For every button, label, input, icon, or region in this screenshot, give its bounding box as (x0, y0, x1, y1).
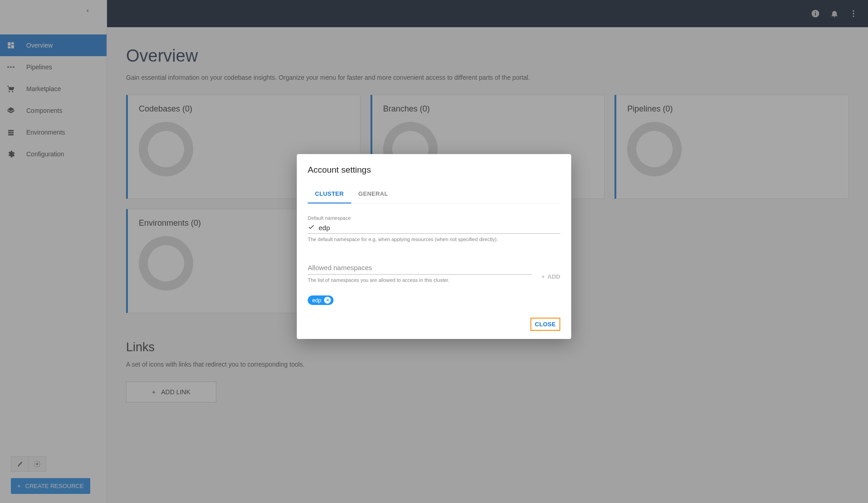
namespace-chip: edp ✕ (308, 295, 334, 305)
close-button[interactable]: CLOSE (530, 318, 560, 331)
field-help: The list of namespaces you are allowed t… (308, 277, 532, 283)
chip-remove-icon[interactable]: ✕ (324, 297, 331, 304)
tab-general[interactable]: GENERAL (351, 185, 395, 203)
add-label: ADD (547, 273, 560, 280)
allowed-namespaces-field: The list of namespaces you are allowed t… (308, 262, 532, 283)
field-help: The default namespace for e.g. when appl… (308, 237, 561, 242)
dialog-title: Account settings (308, 165, 561, 175)
namespace-chips: edp ✕ (308, 295, 561, 305)
default-namespace-field: Default namespace The default namespace … (308, 215, 561, 242)
allowed-namespaces-input[interactable] (308, 264, 532, 271)
field-label: Default namespace (308, 215, 561, 221)
dialog-tabs: CLUSTER GENERAL (308, 185, 561, 203)
check-icon (308, 223, 316, 232)
add-namespace-button[interactable]: + ADD (541, 273, 561, 283)
tab-cluster[interactable]: CLUSTER (308, 185, 351, 203)
plus-icon: + (541, 273, 545, 280)
default-namespace-input[interactable] (319, 224, 561, 232)
chip-label: edp (312, 297, 322, 304)
account-settings-dialog: Account settings CLUSTER GENERAL Default… (297, 154, 571, 339)
